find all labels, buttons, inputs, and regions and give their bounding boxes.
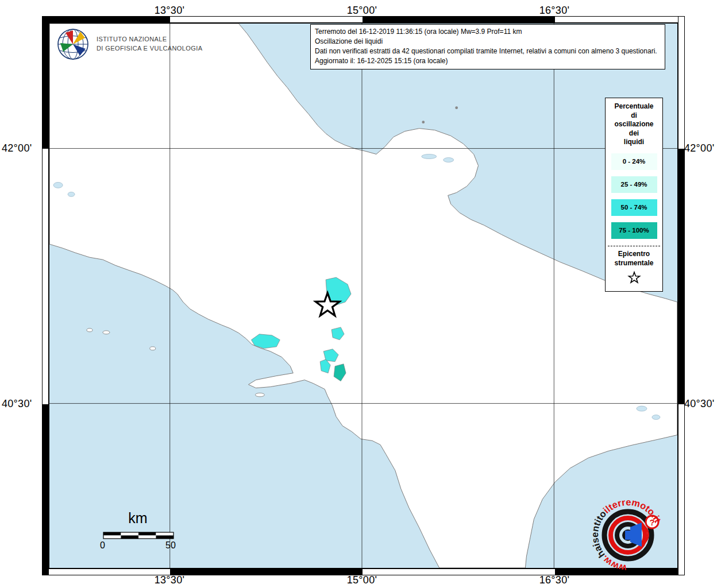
earthquake-info-box: Terremoto del 16-12-2019 11:36:15 (ora l… — [310, 24, 665, 69]
coord-label-bottom-1: 13°30' — [138, 574, 201, 586]
legend-title-line: Percentuale — [606, 102, 662, 111]
scale-end-label: 50 — [165, 540, 176, 551]
coord-label-left-2: 40°30' — [2, 398, 48, 410]
scale-bar: km 0 50 — [98, 510, 190, 527]
info-line-updated: Aggiornato il: 16-12-2025 15:15 (ora loc… — [315, 56, 661, 66]
legend-divider — [608, 246, 660, 246]
hsit-watermark: ? www.haisentitoilterremoto.it — [566, 483, 695, 588]
ingv-name: ISTITUTO NAZIONALE DI GEOFISICA E VULCAN… — [97, 35, 202, 53]
legend-epicenter-line: strumentale — [606, 259, 662, 268]
coord-label-left-1: 42°00' — [2, 142, 48, 154]
coord-label-bottom-2: 15°00' — [330, 574, 394, 586]
hsit-logo-icon: ? www.haisentitoilterremoto.it — [566, 483, 695, 586]
ingv-logo-block: ISTITUTO NAZIONALE DI GEOFISICA E VULCAN… — [55, 26, 202, 62]
legend-title-line: liquidi — [606, 138, 662, 147]
scale-start-label: 0 — [100, 540, 105, 551]
legend-star-icon — [606, 270, 662, 287]
ingv-name-line1: ISTITUTO NAZIONALE — [97, 35, 202, 44]
coord-label-right-1: 42°00' — [684, 142, 721, 154]
legend-swatch-75-100: 75 - 100% — [611, 222, 657, 239]
legend-title-line: oscillazione — [606, 120, 662, 129]
legend-title-line: dei — [606, 129, 662, 138]
coord-label-top-2: 15°00' — [330, 5, 394, 17]
coord-label-top-3: 16°30' — [523, 5, 586, 17]
map-frame-top — [42, 16, 685, 23]
legend: Percentuale di oscillazione dei liquidi … — [605, 98, 663, 292]
map-figure: 13°30' 15°00' 16°30' 13°30' 15°00' 16°30… — [0, 0, 721, 588]
info-line-source: Dati non verificati estratti da 42 quest… — [315, 47, 661, 56]
scale-unit-label: km — [98, 510, 178, 527]
coord-label-right-2: 40°30' — [684, 398, 721, 410]
legend-swatch-0-24: 0 - 24% — [611, 153, 657, 170]
legend-epicenter-title: Epicentro strumentale — [606, 250, 662, 268]
info-line-event: Terremoto del 16-12-2019 11:36:15 (ora l… — [315, 27, 661, 37]
map-frame-left — [42, 16, 49, 575]
legend-swatch-50-74: 50 - 74% — [611, 199, 657, 216]
ingv-globe-icon — [55, 26, 91, 62]
scale-bar-graphic — [103, 532, 174, 540]
ingv-name-line2: DI GEOFISICA E VULCANOLOGIA — [97, 44, 202, 53]
info-line-map-type: Oscillazione dei liquidi — [315, 37, 661, 47]
legend-swatch-25-49: 25 - 49% — [611, 176, 657, 193]
legend-title: Percentuale di oscillazione dei liquidi — [606, 102, 662, 147]
legend-epicenter-line: Epicentro — [606, 250, 662, 259]
coord-label-top-1: 13°30' — [138, 5, 201, 17]
legend-title-line: di — [606, 111, 662, 121]
